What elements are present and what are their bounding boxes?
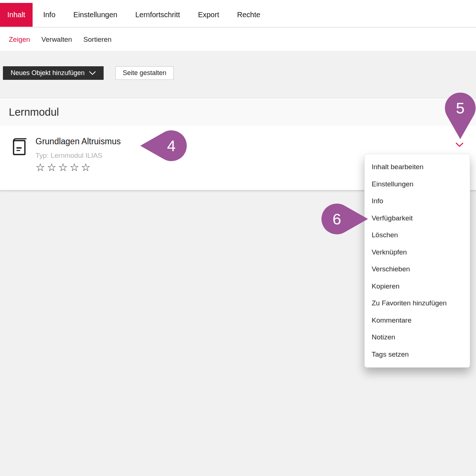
star-icon[interactable]: ☆: [81, 161, 92, 174]
tab-lernfortschritt[interactable]: Lernfortschritt: [128, 3, 187, 27]
subtab-sortieren[interactable]: Sortieren: [83, 36, 112, 44]
section-header: Lernmodul: [0, 98, 476, 126]
tab-rechte[interactable]: Rechte: [230, 3, 267, 27]
chevron-down-icon: [455, 142, 464, 147]
add-object-button[interactable]: Neues Objekt hinzufügen: [3, 66, 104, 80]
menu-item-einstellungen[interactable]: Einstellungen: [365, 176, 470, 193]
menu-item-verfuegbarkeit[interactable]: Verfügbarkeit: [365, 210, 470, 227]
menu-item-info[interactable]: Info: [365, 193, 470, 210]
star-icon[interactable]: ☆: [36, 161, 47, 174]
star-icon[interactable]: ☆: [70, 161, 81, 174]
tab-export[interactable]: Export: [191, 3, 227, 27]
tab-inhalt[interactable]: Inhalt: [0, 3, 33, 27]
menu-item-verknuepfen[interactable]: Verknüpfen: [365, 244, 470, 261]
menu-item-kommentare[interactable]: Kommentare: [365, 312, 470, 329]
learning-module-icon: [11, 137, 27, 156]
item-title-link[interactable]: Grundlagen Altruismus: [36, 136, 121, 147]
tab-info[interactable]: Info: [36, 3, 63, 27]
chevron-down-icon: [89, 71, 96, 75]
item-body: Grundlagen Altruismus Typ: Lernmodul ILI…: [36, 136, 121, 173]
callout-5-marker: 5: [443, 92, 476, 141]
tab-einstellungen[interactable]: Einstellungen: [66, 3, 124, 27]
rating-stars[interactable]: ☆☆☆☆☆: [36, 161, 121, 173]
menu-item-inhalt-bearbeiten[interactable]: Inhalt bearbeiten: [365, 159, 470, 176]
menu-item-zu-favoriten-hinzufuegen[interactable]: Zu Favoriten hinzufügen: [365, 295, 470, 312]
star-icon[interactable]: ☆: [47, 161, 58, 174]
callout-4-marker: 4: [138, 127, 188, 164]
subtab-verwalten[interactable]: Verwalten: [41, 36, 72, 44]
menu-item-tags-setzen[interactable]: Tags setzen: [365, 346, 470, 363]
actions-dropdown-toggle[interactable]: [455, 142, 464, 149]
menu-item-loeschen[interactable]: Löschen: [365, 227, 470, 244]
tab-bar: Inhalt Info Einstellungen Lernfortschrit…: [0, 0, 476, 28]
actions-dropdown-menu: Inhalt bearbeiten Einstellungen Info Ver…: [364, 154, 470, 368]
callout-5-number: 5: [456, 100, 464, 117]
menu-item-verschieben[interactable]: Verschieben: [365, 261, 470, 278]
star-icon[interactable]: ☆: [58, 161, 70, 174]
toolbar: Neues Objekt hinzufügen Seite gestalten: [0, 51, 476, 98]
menu-item-notizen[interactable]: Notizen: [365, 329, 470, 346]
menu-item-kopieren[interactable]: Kopieren: [365, 278, 470, 295]
subnav: Zeigen Verwalten Sortieren: [0, 28, 476, 51]
callout-6-marker: 6: [319, 201, 370, 237]
callout-4-number: 4: [167, 137, 175, 155]
section-title: Lernmodul: [9, 106, 59, 118]
item-type-label: Typ: Lernmodul ILIAS: [36, 152, 121, 160]
design-page-button[interactable]: Seite gestalten: [115, 66, 174, 80]
subtab-zeigen[interactable]: Zeigen: [9, 36, 30, 44]
add-object-label: Neues Objekt hinzufügen: [11, 69, 85, 77]
callout-6-number: 6: [332, 211, 341, 228]
